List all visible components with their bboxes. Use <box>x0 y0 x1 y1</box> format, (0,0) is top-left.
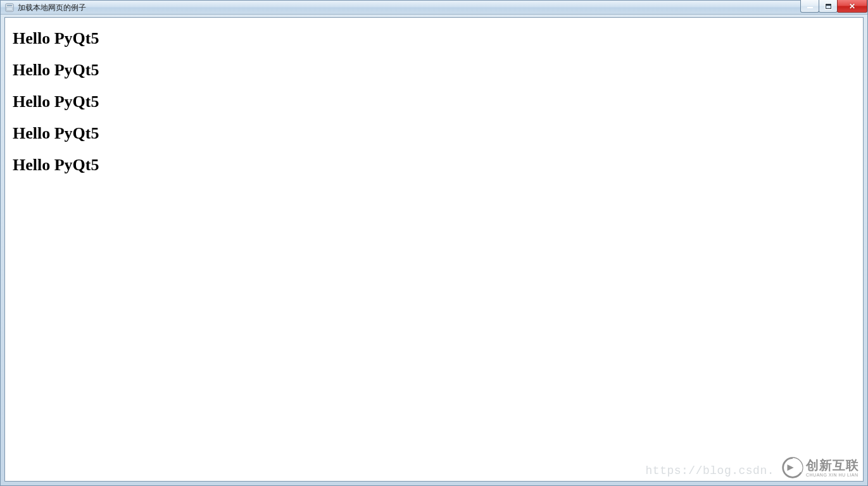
heading: Hello PyQt5 <box>13 92 855 111</box>
maximize-button[interactable] <box>819 0 838 13</box>
window-title: 加载本地网页的例子 <box>18 1 86 15</box>
window-controls: ✕ <box>801 0 867 13</box>
svg-marker-4 <box>788 464 794 471</box>
brand-text: 创新互联 CHUANG XIN HU LIAN <box>806 459 859 477</box>
svg-rect-2 <box>7 7 13 10</box>
brand-logo-icon <box>782 457 803 478</box>
web-content: Hello PyQt5 Hello PyQt5 Hello PyQt5 Hell… <box>5 18 863 195</box>
app-icon <box>4 3 15 13</box>
close-button[interactable]: ✕ <box>837 0 867 13</box>
brand-name-en: CHUANG XIN HU LIAN <box>806 473 859 477</box>
brand-name-zh: 创新互联 <box>806 459 859 471</box>
heading: Hello PyQt5 <box>13 29 855 48</box>
heading: Hello PyQt5 <box>13 124 855 143</box>
app-window: 加载本地网页的例子 ✕ Hello PyQt5 Hello PyQt5 Hell… <box>0 0 868 486</box>
titlebar[interactable]: 加载本地网页的例子 ✕ <box>1 1 867 15</box>
watermark-brand: 创新互联 CHUANG XIN HU LIAN <box>782 457 859 478</box>
heading: Hello PyQt5 <box>13 156 855 175</box>
watermark-url: https://blog.csdn. <box>646 464 774 477</box>
minimize-button[interactable] <box>800 0 819 13</box>
heading: Hello PyQt5 <box>13 61 855 80</box>
client-area: Hello PyQt5 Hello PyQt5 Hello PyQt5 Hell… <box>4 17 864 482</box>
svg-rect-1 <box>7 4 13 6</box>
